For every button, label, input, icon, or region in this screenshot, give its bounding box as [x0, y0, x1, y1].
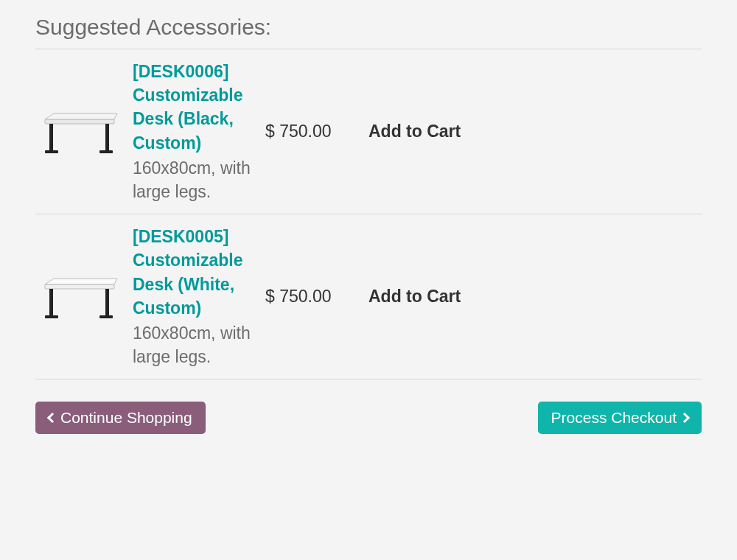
process-checkout-button[interactable]: Process Checkout — [538, 402, 702, 434]
product-description: 160x80cm, with large legs. — [133, 321, 254, 368]
add-to-cart-button[interactable]: Add to Cart — [354, 287, 461, 307]
svg-rect-4 — [99, 150, 113, 153]
continue-shopping-label: Continue Shopping — [60, 409, 192, 427]
add-to-cart-button[interactable]: Add to Cart — [354, 122, 461, 141]
svg-rect-7 — [45, 315, 58, 318]
process-checkout-label: Process Checkout — [551, 409, 677, 427]
svg-rect-0 — [45, 119, 114, 124]
product-image — [35, 99, 124, 165]
svg-rect-6 — [49, 289, 53, 317]
product-image — [35, 264, 124, 330]
action-buttons: Continue Shopping Process Checkout — [35, 402, 702, 434]
product-description: 160x80cm, with large legs. — [133, 156, 254, 203]
currency-symbol: $ — [265, 287, 275, 306]
accessory-info: [DESK0005] Customizable Desk (White, Cus… — [133, 225, 265, 368]
accessory-info: [DESK0006] Customizable Desk (Black, Cus… — [133, 60, 265, 203]
svg-rect-3 — [105, 124, 109, 152]
svg-rect-2 — [45, 150, 58, 153]
accessory-row: [DESK0005] Customizable Desk (White, Cus… — [35, 214, 702, 379]
chevron-left-icon — [47, 413, 57, 423]
chevron-right-icon — [680, 413, 690, 423]
product-name-link[interactable]: [DESK0005] Customizable Desk (White, Cus… — [133, 225, 254, 320]
desk-icon — [39, 271, 120, 323]
currency-symbol: $ — [265, 122, 275, 141]
svg-rect-5 — [45, 284, 114, 289]
price-value: 750.00 — [279, 122, 331, 141]
suggested-accessories-title: Suggested Accessories: — [35, 15, 702, 49]
desk-icon — [39, 106, 120, 158]
product-name-link[interactable]: [DESK0006] Customizable Desk (Black, Cus… — [133, 60, 254, 155]
svg-rect-9 — [99, 315, 113, 318]
accessory-row: [DESK0006] Customizable Desk (Black, Cus… — [35, 49, 702, 214]
product-price: $ 750.00 — [265, 122, 354, 141]
product-price: $ 750.00 — [265, 287, 354, 307]
price-value: 750.00 — [279, 287, 331, 306]
svg-rect-8 — [105, 289, 109, 317]
svg-rect-1 — [49, 124, 53, 152]
continue-shopping-button[interactable]: Continue Shopping — [35, 402, 206, 434]
